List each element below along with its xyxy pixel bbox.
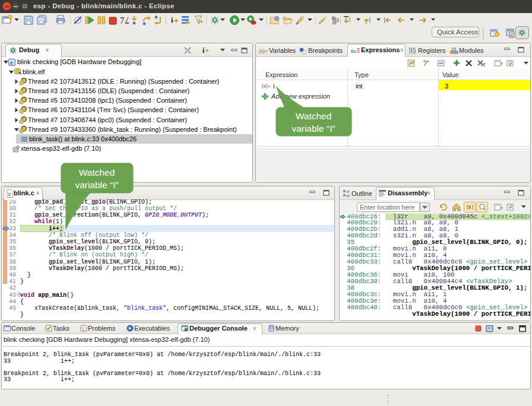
svg-text:i: i [171,15,173,24]
svg-text:$: $ [468,204,471,210]
svg-text:variable “I”: variable “I” [292,123,335,134]
svg-text:!: ! [83,326,84,332]
svg-text:6x: 6x [351,48,357,54]
svg-text:Watched: Watched [296,111,332,121]
svg-text:C: C [511,33,514,38]
svg-text:c: c [8,192,11,198]
svg-text:Watched: Watched [79,167,115,177]
svg-text:(x)=: (x)= [262,83,271,88]
svg-text:c: c [10,60,13,66]
svg-text:(x)=: (x)= [259,48,268,54]
svg-text:variable “I”: variable “I” [75,180,118,190]
svg-text:i: i [202,46,205,55]
